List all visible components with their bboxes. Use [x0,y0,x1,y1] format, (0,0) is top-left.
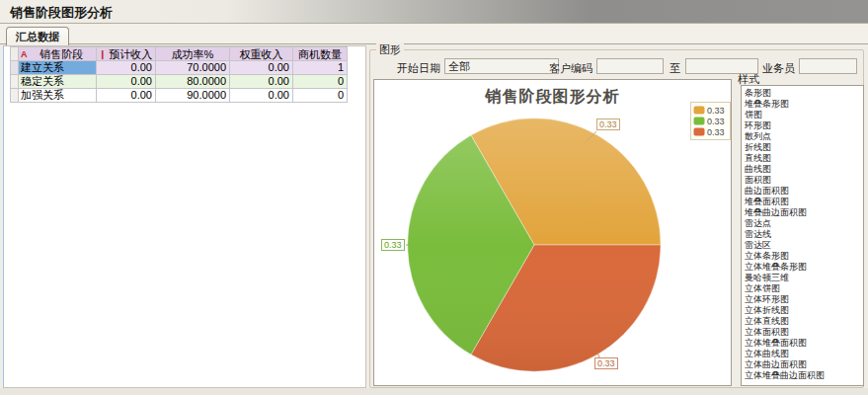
cell-stage[interactable]: 加强关系 [19,89,97,103]
style-list-item[interactable]: 立体环形图 [745,294,863,305]
window-title: 销售阶段图形分析 [10,4,113,22]
row-selector[interactable] [10,61,19,75]
style-list-item[interactable]: 立体条形图 [745,251,863,262]
column-header-count[interactable]: 商机数量 [293,46,348,61]
cell-count[interactable]: 1 [293,61,348,75]
row-selector[interactable] [10,89,19,103]
style-list-item[interactable]: 立体堆叠曲边面积图 [745,370,863,381]
cell-count[interactable]: 0 [293,89,348,103]
style-list-item[interactable]: 饼图 [745,110,863,120]
style-list-item[interactable]: 雷达点 [745,218,863,229]
start-date-input[interactable] [444,58,559,74]
style-list-item[interactable]: 立体曲线图 [745,349,863,359]
style-list-item[interactable]: 立体面积图 [745,327,863,338]
slice-label-orange: 0.33 [596,118,620,130]
cell-success[interactable]: 70.0000 [156,61,230,75]
text-type-icon: A [21,47,28,61]
style-list-item[interactable]: 立体堆叠面积图 [745,338,863,349]
cell-count[interactable]: 0 [293,75,348,89]
slice-label-green: 0.33 [381,239,405,251]
style-list-item[interactable]: 曲边面积图 [745,186,863,197]
chart-canvas: 销售阶段图形分析 0.33 0.33 0.33 0.33 [373,79,732,386]
legend-swatch-orange [693,106,705,115]
legend-swatch-green [693,117,705,125]
style-list-item[interactable]: 堆叠曲边面积图 [745,207,863,218]
summary-panel: A销售阶段 ❙预计收入 成功率% 权重收入 商机数量 建立关系 0.00 70.… [3,45,366,388]
style-list-item[interactable]: 曼哈顿三维 [745,273,863,283]
pie-chart [374,80,733,387]
pie-sheen-overlay [408,118,661,371]
style-list-item[interactable]: 立体堆叠条形图 [745,262,863,273]
style-list-item[interactable]: 面积图 [745,175,863,186]
cell-expected[interactable]: 0.00 [97,89,156,103]
sales-stage-grid: A销售阶段 ❙预计收入 成功率% 权重收入 商机数量 建立关系 0.00 70.… [10,46,348,103]
style-list-item[interactable]: 环形图 [745,120,863,131]
tab-summary-data[interactable]: 汇总数据 [6,27,69,45]
style-list-item[interactable]: 堆叠面积图 [745,197,863,207]
style-list-item[interactable]: 立体折线图 [745,305,863,316]
column-header-success[interactable]: 成功率% [156,46,230,61]
style-list-item[interactable]: 立体饼图 [745,283,863,294]
style-list: 条形图 堆叠条形图 饼图 环形图 散列点 折线图 直线图 曲线图 面积图 曲边面… [741,85,864,386]
legend-swatch-red [693,127,705,136]
legend-item: 0.33 [693,116,728,126]
legend-item: 0.33 [693,105,728,116]
cell-success[interactable]: 90.0000 [156,89,230,103]
customer-code-label: 客户编码 [549,61,592,76]
style-list-item[interactable]: 条形图 [745,88,863,99]
style-list-item[interactable]: 堆叠条形图 [745,99,863,110]
tab-strip: 汇总数据 [0,24,868,44]
salesman-label: 业务员 [762,61,795,76]
style-list-item[interactable]: 雷达线 [745,229,863,240]
row-selector[interactable] [10,75,19,89]
style-list-item[interactable]: 立体曲边面积图 [745,359,863,370]
slice-label-red: 0.33 [594,357,618,369]
cell-stage[interactable]: 稳定关系 [19,75,97,89]
cell-success[interactable]: 80.0000 [156,75,230,89]
grid-header-row: A销售阶段 ❙预计收入 成功率% 权重收入 商机数量 [10,46,348,61]
style-list-item[interactable]: 散列点 [745,131,863,142]
cell-weighted[interactable]: 0.00 [230,61,293,75]
column-header-weighted[interactable]: 权重收入 [230,46,293,61]
customer-code-input[interactable] [596,58,664,74]
to-label: 至 [670,61,681,76]
row-header-corner[interactable] [10,46,19,61]
cell-weighted[interactable]: 0.00 [230,75,293,89]
style-list-item[interactable]: 曲线图 [745,164,863,175]
cell-expected[interactable]: 0.00 [97,75,156,89]
legend-item: 0.33 [693,126,728,137]
style-list-item[interactable]: 立体直线图 [745,316,863,327]
graph-group-label: 图形 [376,42,404,57]
start-date-label: 开始日期 [393,61,440,76]
window-title-bar: 销售阶段图形分析 [0,0,868,24]
style-list-item[interactable]: 直线图 [745,153,863,164]
style-list-item[interactable]: 折线图 [745,142,863,153]
cell-stage[interactable]: 建立关系 [19,61,97,75]
content-area: A销售阶段 ❙预计收入 成功率% 权重收入 商机数量 建立关系 0.00 70.… [0,43,868,388]
table-row: 加强关系 0.00 90.0000 0.00 0 [10,89,348,103]
cell-expected[interactable]: 0.00 [97,61,156,75]
column-header-expected[interactable]: ❙预计收入 [97,46,156,61]
column-header-stage[interactable]: A销售阶段 [19,46,97,61]
chart-legend: 0.33 0.33 0.33 [690,102,731,140]
style-list-item[interactable]: 雷达区 [745,240,863,251]
table-row: 建立关系 0.00 70.0000 0.00 1 [10,61,348,75]
numeric-type-icon: ❙ [99,47,107,61]
table-row: 稳定关系 0.00 80.0000 0.00 0 [10,75,348,89]
cell-weighted[interactable]: 0.00 [230,89,293,103]
salesman-input[interactable] [799,58,857,74]
window-bottom-edge [0,388,868,395]
